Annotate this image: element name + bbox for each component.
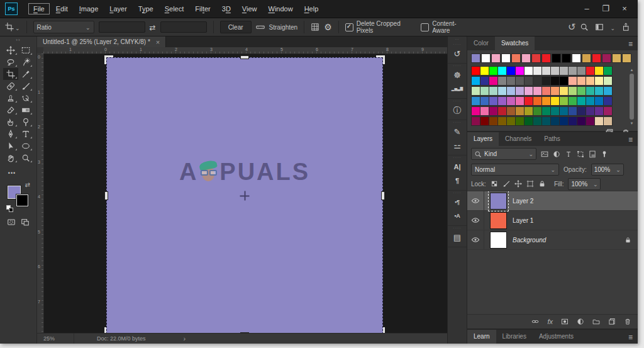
current-tool-indicator[interactable]: ⌄ bbox=[5, 21, 20, 33]
search-icon[interactable] bbox=[580, 23, 589, 31]
eyedropper-tool[interactable] bbox=[18, 68, 33, 80]
color-swatch[interactable] bbox=[552, 53, 561, 63]
eraser-tool[interactable] bbox=[3, 104, 18, 116]
crop-height-input[interactable] bbox=[160, 21, 207, 33]
bottom-tab-libraries[interactable]: Libraries bbox=[496, 330, 533, 344]
color-swatch[interactable] bbox=[559, 86, 569, 96]
color-swatch[interactable] bbox=[489, 116, 498, 126]
color-swatch[interactable] bbox=[577, 116, 586, 126]
lock-artboard-icon[interactable] bbox=[526, 180, 534, 188]
layers-tab-channels[interactable]: Channels bbox=[499, 132, 538, 146]
paragraph-styles-panel-icon[interactable]: ▪¶ bbox=[448, 195, 467, 209]
color-swatch[interactable] bbox=[506, 86, 516, 96]
color-swatch[interactable] bbox=[594, 76, 604, 86]
history-brush-tool[interactable] bbox=[18, 92, 33, 104]
hand-tool[interactable] bbox=[3, 152, 18, 164]
status-options-chevron-icon[interactable]: › bbox=[184, 335, 186, 342]
color-swatch[interactable] bbox=[471, 86, 480, 96]
color-swatch[interactable] bbox=[506, 66, 516, 76]
swap-colors-icon[interactable]: ⇄ bbox=[25, 181, 30, 188]
menu-item-edit[interactable]: Edit bbox=[52, 4, 72, 14]
layer-style-fx-icon[interactable]: fx bbox=[547, 318, 553, 325]
ratio-select[interactable]: Ratio ⌄ bbox=[33, 21, 94, 33]
layer-row-layer-1[interactable]: Layer 1 bbox=[467, 211, 638, 230]
color-swatch[interactable] bbox=[586, 86, 595, 96]
color-swatch[interactable] bbox=[524, 66, 533, 76]
color-swatch[interactable] bbox=[568, 96, 577, 106]
restore-button[interactable]: ❐ bbox=[596, 2, 615, 14]
layer-thumbnail[interactable] bbox=[490, 193, 507, 210]
swatches-tab-color[interactable]: Color bbox=[467, 36, 495, 50]
color-swatch[interactable] bbox=[603, 106, 613, 116]
color-swatch[interactable] bbox=[501, 53, 511, 63]
minimize-button[interactable]: – bbox=[577, 2, 596, 14]
color-swatch[interactable] bbox=[515, 76, 525, 86]
color-swatch[interactable] bbox=[586, 96, 595, 106]
color-swatch[interactable] bbox=[471, 53, 480, 63]
notes-panel-icon[interactable]: ▤ bbox=[448, 230, 467, 244]
color-swatch[interactable] bbox=[603, 86, 613, 96]
menu-item-image[interactable]: Image bbox=[75, 4, 103, 14]
swap-dimensions-icon[interactable]: ⇄ bbox=[150, 21, 156, 33]
color-swatch[interactable] bbox=[531, 53, 541, 63]
color-swatch[interactable] bbox=[497, 86, 507, 96]
brush-tool[interactable] bbox=[18, 80, 33, 92]
color-swatch[interactable] bbox=[550, 116, 560, 126]
color-swatch[interactable] bbox=[559, 116, 569, 126]
delete-layer-icon[interactable] bbox=[624, 318, 631, 325]
color-swatch[interactable] bbox=[541, 96, 551, 106]
crop-handle-right[interactable] bbox=[381, 191, 385, 200]
color-swatch[interactable] bbox=[471, 96, 480, 106]
brush-settings-panel-icon[interactable]: ✎ bbox=[448, 125, 467, 138]
lock-position-icon[interactable] bbox=[514, 180, 522, 188]
color-swatch[interactable] bbox=[497, 106, 507, 116]
color-swatch[interactable] bbox=[506, 96, 516, 106]
opacity-field[interactable]: 100% ⌄ bbox=[591, 164, 624, 176]
pen-tool[interactable] bbox=[3, 128, 18, 140]
color-swatch[interactable] bbox=[582, 53, 591, 63]
bottom-tab-learn[interactable]: Learn bbox=[467, 330, 496, 344]
color-swatch[interactable] bbox=[515, 96, 525, 106]
color-swatch[interactable] bbox=[533, 86, 542, 96]
default-colors-icon[interactable] bbox=[6, 205, 13, 211]
color-swatch[interactable] bbox=[471, 76, 480, 86]
color-swatch[interactable] bbox=[541, 76, 551, 86]
content-aware-checkbox[interactable]: Content-Aware bbox=[421, 20, 472, 34]
color-swatch[interactable] bbox=[533, 106, 542, 116]
color-swatch[interactable] bbox=[480, 86, 489, 96]
navigator-panel-icon[interactable]: ☸ bbox=[448, 68, 467, 82]
color-swatch[interactable] bbox=[592, 53, 601, 63]
color-swatch[interactable] bbox=[541, 116, 551, 126]
screen-mode-icon[interactable] bbox=[21, 218, 30, 227]
blend-mode-select[interactable]: Normal ⌄ bbox=[471, 164, 559, 176]
color-swatch[interactable] bbox=[515, 116, 525, 126]
color-swatch[interactable] bbox=[603, 66, 613, 76]
color-swatch[interactable] bbox=[577, 66, 586, 76]
workspace-switcher-icon[interactable] bbox=[595, 23, 604, 31]
scroll-down-icon[interactable]: ▾ bbox=[631, 121, 633, 126]
color-swatch[interactable] bbox=[550, 86, 560, 96]
lasso-tool[interactable] bbox=[3, 56, 18, 68]
color-swatch[interactable] bbox=[612, 53, 621, 63]
ellipse-tool[interactable] bbox=[18, 140, 33, 152]
color-swatch[interactable] bbox=[515, 86, 525, 96]
crop-overlay-options-icon[interactable] bbox=[311, 23, 319, 31]
quick-select-tool[interactable] bbox=[18, 56, 33, 68]
color-swatch[interactable] bbox=[550, 76, 560, 86]
stamp-tool[interactable] bbox=[3, 92, 18, 104]
color-swatch[interactable] bbox=[594, 86, 604, 96]
history-panel-icon[interactable]: ↺ bbox=[448, 47, 467, 60]
dock-grip[interactable]: ·· bbox=[448, 36, 467, 42]
swatches-tab-swatches[interactable]: Swatches bbox=[495, 36, 535, 50]
color-swatch[interactable] bbox=[586, 76, 595, 86]
zoom-level-field[interactable]: 25% bbox=[43, 335, 74, 342]
menu-item-layer[interactable]: Layer bbox=[105, 4, 131, 14]
close-tab-icon[interactable]: × bbox=[156, 38, 160, 46]
color-swatch[interactable] bbox=[524, 76, 533, 86]
character-panel-icon[interactable]: A| bbox=[448, 160, 467, 174]
crop-tool[interactable] bbox=[3, 68, 18, 80]
zoom-tool[interactable] bbox=[18, 152, 33, 164]
chevron-down-icon[interactable]: ⌄ bbox=[610, 21, 615, 33]
color-swatch[interactable] bbox=[515, 66, 525, 76]
dodge-tool[interactable] bbox=[18, 116, 33, 128]
